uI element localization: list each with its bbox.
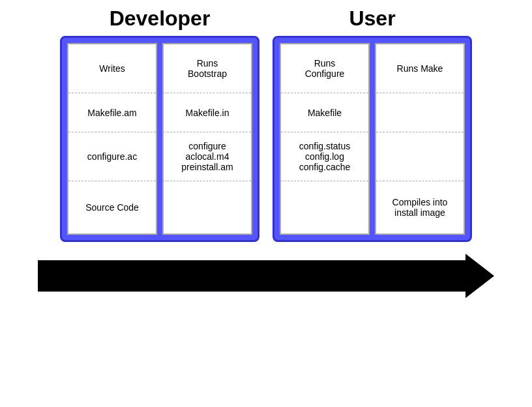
arrow-head [466,254,494,298]
developer-col1: Writes Makefile.am configure.ac Source C… [67,43,157,235]
user-cell-empty3 [376,93,464,132]
user-cell-empty4 [376,132,464,181]
developer-section: Developer Writes Makefile.am configure.a… [60,7,259,242]
user-col1: RunsConfigure Makefile config.statusconf… [280,43,370,235]
dev-cell-configure-ac: configure.ac [68,132,156,181]
developer-outer-box: Writes Makefile.am configure.ac Source C… [60,36,259,242]
dev-cell-makefile-in: Makefile.in [164,93,251,132]
user-outer-box: RunsConfigure Makefile config.statusconf… [273,36,472,242]
dev-cell-configure-group: configureaclocal.m4preinstall.am [164,132,251,181]
developer-title: Developer [110,7,211,31]
user-section: User RunsConfigure Makefile config.statu… [273,7,472,242]
dev-cell-makefile-am: Makefile.am [68,93,156,132]
user-cell-runs-configure: RunsConfigure [281,44,368,93]
time-arrow [38,260,494,292]
developer-col2: RunsBootstrap Makefile.in configureacloc… [162,43,252,235]
arrow-area [0,249,532,292]
dev-cell-source-code: Source Code [68,181,156,234]
user-title: User [349,7,395,31]
user-cell-config-group: config.statusconfig.logconfig.cache [281,132,368,181]
user-col2: Runs Make Compiles intoinstall image [375,43,465,235]
dev-cell-writes: Writes [68,44,156,93]
dev-cell-runs-bootstrap: RunsBootstrap [164,44,251,93]
arrow-body [38,260,466,292]
user-cell-runs-make: Runs Make [376,44,464,93]
user-cell-compiles: Compiles intoinstall image [376,181,464,234]
dev-cell-empty1 [164,181,251,234]
user-cell-empty2 [281,181,368,234]
user-cell-makefile: Makefile [281,93,368,132]
